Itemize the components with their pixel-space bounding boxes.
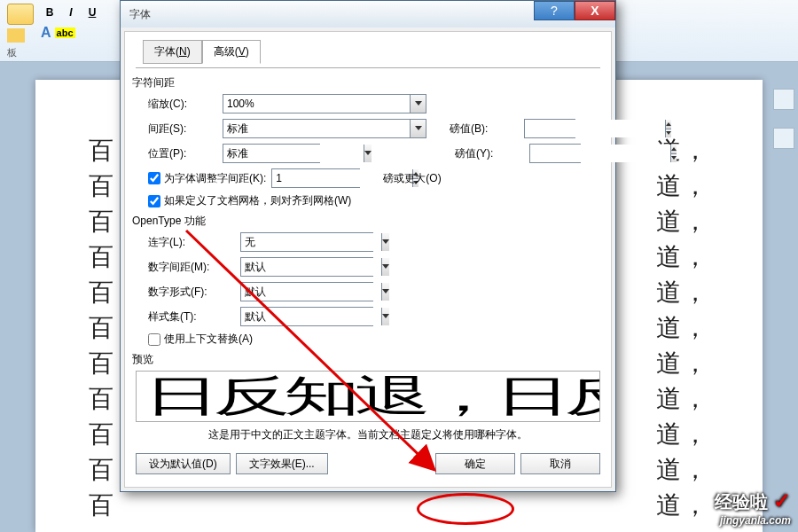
styleset-input[interactable]: [241, 308, 381, 325]
numform-input[interactable]: [241, 283, 381, 301]
pt-y-input[interactable]: [530, 145, 670, 162]
numspace-input[interactable]: [241, 258, 381, 276]
numspace-label: 数字间距(M):: [148, 260, 235, 275]
dialog-footer: 设为默认值(D) 文字效果(E)... 确定 取消: [136, 450, 600, 476]
side-icon-2[interactable]: [773, 128, 794, 149]
dialog-titlebar[interactable]: 字体 ? X: [121, 1, 615, 27]
context-check-input[interactable]: [148, 333, 160, 346]
chevron-down-icon[interactable]: [381, 258, 389, 276]
section-preview: 预览: [132, 352, 600, 367]
side-panel-icons: [773, 89, 794, 149]
spacing-combo[interactable]: [223, 119, 426, 138]
text-effects-icon[interactable]: A: [41, 25, 51, 41]
kerning-unit-label: 磅或更大(O): [383, 171, 441, 186]
snap-grid-check-input[interactable]: [148, 195, 160, 207]
chevron-down-icon[interactable]: [410, 95, 426, 113]
chevron-down-icon[interactable]: [381, 308, 389, 325]
preview-text: 日反知退，日反: [144, 371, 600, 422]
spin-up-icon[interactable]: [671, 145, 677, 154]
context-checkbox[interactable]: 使用上下文替换(A): [148, 332, 253, 347]
position-input[interactable]: [223, 145, 364, 162]
ok-button[interactable]: 确定: [435, 453, 515, 474]
cancel-button[interactable]: 取消: [520, 453, 600, 474]
font-dialog: 字体 ? X 字体(N) 高级(V) 字符间距 缩放(C): 间距(S):: [120, 0, 616, 492]
dialog-tabs: 字体(N) 高级(V): [143, 39, 600, 63]
pt-b-input[interactable]: [525, 120, 665, 137]
clipboard-icon[interactable]: [7, 4, 34, 25]
chevron-down-icon[interactable]: [410, 120, 426, 137]
section-opentype: OpenType 功能: [132, 214, 600, 229]
position-label: 位置(P):: [148, 146, 217, 161]
section-char-spacing: 字符间距: [132, 75, 600, 90]
numform-combo[interactable]: [240, 282, 373, 301]
numform-label: 数字形式(F):: [148, 285, 235, 300]
side-icon-1[interactable]: [773, 89, 794, 110]
spin-down-icon[interactable]: [671, 154, 677, 163]
scale-combo[interactable]: [223, 94, 426, 113]
spacing-label: 间距(S):: [148, 121, 217, 137]
set-default-button[interactable]: 设为默认值(D): [136, 453, 231, 474]
spin-up-icon[interactable]: [666, 120, 671, 129]
position-combo[interactable]: [223, 144, 320, 163]
spin-down-icon[interactable]: [666, 129, 671, 138]
pt-b-label: 磅值(B):: [450, 121, 519, 137]
close-button[interactable]: X: [575, 1, 615, 20]
dialog-title: 字体: [129, 7, 151, 22]
chevron-down-icon[interactable]: [364, 145, 372, 162]
ligature-input[interactable]: [241, 233, 381, 251]
help-button[interactable]: ?: [534, 1, 575, 20]
chevron-down-icon[interactable]: [381, 283, 389, 301]
preview-box: 日反知退，日反: [136, 371, 600, 422]
styleset-combo[interactable]: [240, 307, 373, 326]
text-effects-button[interactable]: 文字效果(E)...: [236, 453, 328, 474]
kerning-check-input[interactable]: [148, 172, 160, 184]
chevron-down-icon[interactable]: [381, 233, 389, 251]
scale-label: 缩放(C):: [148, 97, 217, 112]
pt-y-label: 磅值(Y):: [455, 146, 524, 161]
pt-b-spinner[interactable]: [524, 119, 575, 138]
highlight-icon[interactable]: abc: [55, 27, 75, 38]
underline-button[interactable]: U: [83, 4, 101, 21]
italic-button[interactable]: I: [62, 4, 80, 21]
panel-label: 板: [7, 46, 34, 59]
ligature-combo[interactable]: [240, 232, 373, 252]
numspace-combo[interactable]: [240, 257, 373, 277]
scale-input[interactable]: [223, 95, 410, 113]
ligature-label: 连字(L):: [148, 235, 235, 250]
bold-button[interactable]: B: [41, 4, 59, 21]
kerning-checkbox[interactable]: 为字体调整字间距(K):: [148, 171, 266, 186]
tab-font[interactable]: 字体(N): [143, 40, 202, 64]
styleset-label: 样式集(T):: [148, 309, 235, 325]
pt-y-spinner[interactable]: [529, 144, 581, 163]
preview-description: 这是用于中文的正文主题字体。当前文档主题定义将使用哪种字体。: [136, 427, 600, 442]
kerning-spinner[interactable]: [271, 168, 360, 188]
spacing-input[interactable]: [223, 120, 410, 137]
snap-grid-checkbox[interactable]: 如果定义了文档网格，则对齐到网格(W): [148, 193, 351, 208]
format-painter-icon[interactable]: [7, 28, 25, 43]
tab-advanced[interactable]: 高级(V): [202, 40, 261, 64]
watermark: 经验啦 ✓ jingyanla.com: [715, 489, 791, 527]
